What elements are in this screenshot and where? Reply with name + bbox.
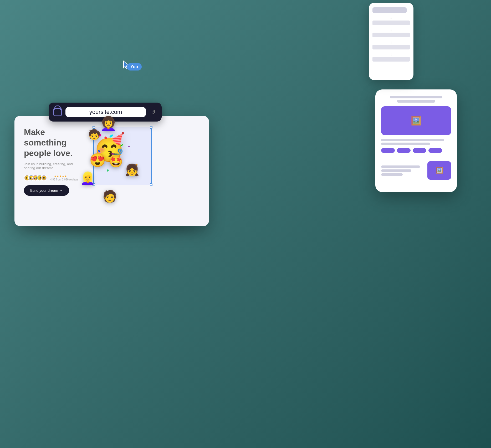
dw-text-line-2 bbox=[381, 143, 430, 145]
wf-item-bar-4 bbox=[372, 57, 410, 62]
floating-emoji-5: 👧 bbox=[125, 163, 139, 177]
dw-bottom-line-2 bbox=[381, 169, 411, 172]
dw-small-image-icon: 🖼️ bbox=[436, 167, 443, 174]
wf-header-bar bbox=[372, 7, 407, 13]
confetti-5 bbox=[128, 146, 130, 147]
review-count: 4.95 from 2,026 reviews bbox=[50, 178, 78, 181]
floating-emoji-7: 🧑 bbox=[103, 189, 117, 203]
dw-line-1 bbox=[390, 96, 442, 98]
website-headline: Make something people love. bbox=[24, 127, 82, 158]
dw-chip-2 bbox=[397, 148, 411, 153]
design-wireframe: 🖼️ 🖼️ bbox=[375, 89, 457, 192]
dw-spacer bbox=[381, 158, 451, 161]
wf-arrow-1: ↓ bbox=[372, 15, 410, 20]
floating-emoji-3: 😍 bbox=[89, 153, 106, 168]
refresh-icon[interactable]: ↺ bbox=[150, 108, 157, 116]
floating-emoji-2: 🧒 bbox=[88, 129, 100, 140]
you-badge: You bbox=[127, 63, 142, 71]
dw-bottom-line-1 bbox=[381, 165, 420, 168]
website-subtext: Join us in building, creating, and shari… bbox=[24, 162, 76, 170]
handle-top-right[interactable] bbox=[150, 126, 152, 129]
mobile-wireframe-top: ↓ ↓ ↓ ↓ bbox=[369, 3, 413, 80]
handle-top-left[interactable] bbox=[93, 126, 95, 129]
dw-main-image-block: 🖼️ bbox=[381, 106, 451, 135]
wf-arrow-3: ↓ bbox=[372, 39, 410, 44]
dw-small-image-block: 🖼️ bbox=[427, 161, 451, 180]
cursor-container: You bbox=[123, 61, 130, 71]
dw-chip-4 bbox=[428, 148, 442, 153]
wf-item-bar-1 bbox=[372, 21, 410, 25]
cta-button[interactable]: Build your dream → bbox=[24, 185, 69, 196]
dw-chips-row bbox=[381, 148, 451, 153]
dw-chip-3 bbox=[413, 148, 426, 153]
star-rating: ★★★★★ bbox=[54, 175, 78, 178]
wf-item-bar-2 bbox=[372, 33, 410, 37]
dw-image-icon: 🖼️ bbox=[411, 116, 421, 126]
avatar-5: 😀 bbox=[41, 175, 47, 181]
floating-emoji-1: 👩‍🦱 bbox=[100, 116, 117, 132]
dw-bottom-text bbox=[381, 165, 424, 176]
dw-chip-1 bbox=[381, 148, 395, 153]
floating-emoji-4: 🤩 bbox=[109, 155, 123, 168]
confetti-4 bbox=[106, 169, 109, 172]
floating-emoji-6: 👱‍♀️ bbox=[80, 171, 95, 185]
wf-arrow-2: ↓ bbox=[372, 27, 410, 32]
dw-text-line-1 bbox=[381, 139, 444, 141]
wf-arrow-4: ↓ bbox=[372, 52, 410, 56]
dw-bottom-line-3 bbox=[381, 173, 403, 176]
wf-item-bar-3 bbox=[372, 45, 410, 49]
lock-icon bbox=[53, 108, 62, 116]
handle-bottom-right[interactable] bbox=[150, 183, 152, 186]
website-mockup: Make something people love. Join us in b… bbox=[14, 116, 209, 226]
dw-bottom-row: 🖼️ bbox=[381, 161, 451, 180]
dw-line-2 bbox=[397, 100, 435, 103]
dw-header-lines bbox=[381, 96, 451, 103]
